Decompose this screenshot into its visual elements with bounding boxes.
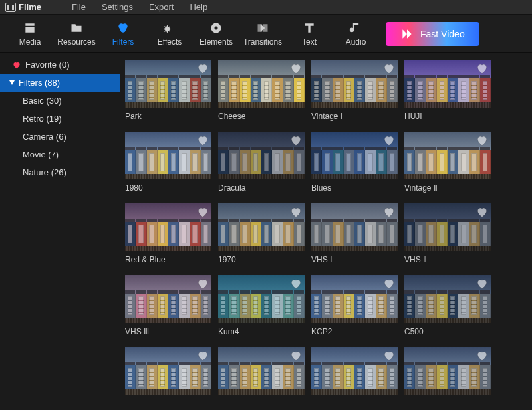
sidebar-item-retro[interactable]: Retro (19) bbox=[0, 110, 120, 128]
filter-card[interactable] bbox=[125, 347, 211, 399]
sidebar-movie-label: Movie (7) bbox=[23, 150, 59, 159]
filter-name: Vintage Ⅱ bbox=[404, 183, 491, 193]
tab-filters[interactable]: Filters bbox=[100, 21, 146, 47]
filter-thumbnail[interactable] bbox=[311, 203, 398, 251]
filter-thumbnail[interactable] bbox=[218, 275, 305, 323]
favorite-button[interactable] bbox=[196, 134, 209, 147]
filter-card[interactable] bbox=[311, 347, 398, 399]
filter-card[interactable]: Park bbox=[125, 60, 211, 121]
filter-card[interactable]: Vintage Ⅱ bbox=[404, 132, 491, 193]
favorite-button[interactable] bbox=[196, 277, 209, 290]
tab-media[interactable]: Media bbox=[7, 21, 53, 47]
sidebar-item-filters[interactable]: Filters (88) bbox=[0, 74, 120, 92]
filter-name: 1980 bbox=[125, 183, 211, 193]
transitions-icon bbox=[256, 21, 269, 35]
app-logo: Filme bbox=[5, 2, 41, 12]
filter-thumbnail[interactable] bbox=[311, 132, 398, 179]
favorite-button[interactable] bbox=[196, 349, 209, 362]
filter-card[interactable]: C500 bbox=[404, 275, 491, 336]
filter-card[interactable]: 1980 bbox=[125, 132, 211, 193]
tab-filters-label: Filters bbox=[112, 37, 134, 47]
menu-help[interactable]: Help bbox=[190, 2, 207, 12]
favorite-button[interactable] bbox=[289, 349, 303, 362]
tab-resources[interactable]: Resources bbox=[53, 21, 100, 47]
favorite-button[interactable] bbox=[475, 134, 489, 147]
filter-card[interactable]: KCP2 bbox=[311, 275, 398, 336]
favorite-button[interactable] bbox=[289, 62, 303, 75]
favorite-button[interactable] bbox=[475, 205, 489, 219]
filter-card[interactable]: VHS Ⅰ bbox=[311, 203, 398, 264]
menu-file[interactable]: File bbox=[72, 2, 86, 12]
effects-icon bbox=[163, 21, 176, 35]
filter-thumbnail[interactable] bbox=[125, 203, 211, 251]
heart-outline-icon bbox=[475, 62, 489, 75]
favorite-button[interactable] bbox=[196, 62, 209, 75]
filter-thumbnail[interactable] bbox=[125, 275, 211, 323]
filter-card[interactable]: Kum4 bbox=[218, 275, 305, 336]
heart-outline-icon bbox=[196, 277, 209, 290]
filter-thumbnail[interactable] bbox=[125, 347, 211, 395]
sidebar-item-camera[interactable]: Camera (6) bbox=[0, 128, 120, 146]
favorite-button[interactable] bbox=[475, 277, 489, 290]
filter-thumbnail[interactable] bbox=[404, 347, 491, 395]
favorite-button[interactable] bbox=[382, 277, 396, 290]
menu-settings[interactable]: Settings bbox=[102, 2, 133, 12]
tab-transitions[interactable]: Transitions bbox=[239, 21, 286, 47]
filter-thumbnail[interactable] bbox=[218, 132, 305, 179]
tab-text[interactable]: Text bbox=[286, 21, 332, 47]
menu-export[interactable]: Export bbox=[149, 2, 174, 12]
filter-card[interactable] bbox=[218, 347, 305, 399]
filter-card[interactable]: Dracula bbox=[218, 132, 305, 193]
favorite-button[interactable] bbox=[382, 205, 396, 219]
fast-video-button[interactable]: Fast Video bbox=[386, 22, 479, 46]
filter-card[interactable]: VHS Ⅲ bbox=[125, 275, 211, 336]
filter-card[interactable]: 1970 bbox=[218, 203, 305, 264]
favorite-button[interactable] bbox=[382, 134, 396, 147]
sidebar-item-nature[interactable]: Nature (26) bbox=[0, 163, 120, 181]
fast-video-label: Fast Video bbox=[420, 29, 465, 39]
filter-card[interactable]: HUJI bbox=[404, 60, 491, 121]
filter-card[interactable]: Blues bbox=[311, 132, 398, 193]
heart-outline-icon bbox=[196, 134, 209, 147]
tab-elements[interactable]: Elements bbox=[193, 21, 239, 47]
favorite-button[interactable] bbox=[289, 277, 303, 290]
filter-thumbnail[interactable] bbox=[311, 275, 398, 323]
tab-audio[interactable]: Audio bbox=[332, 21, 379, 47]
filter-thumbnail[interactable] bbox=[125, 60, 211, 108]
sidebar-favorite-label: Favorite (0) bbox=[25, 60, 69, 70]
tab-effects[interactable]: Effects bbox=[146, 21, 193, 47]
favorite-button[interactable] bbox=[382, 62, 396, 75]
favorite-button[interactable] bbox=[475, 349, 489, 362]
sidebar-item-basic[interactable]: Basic (30) bbox=[0, 92, 120, 110]
filter-thumbnail[interactable] bbox=[404, 203, 491, 251]
filter-thumbnail[interactable] bbox=[311, 60, 398, 108]
filter-thumbnail[interactable] bbox=[404, 132, 491, 179]
sidebar-item-movie[interactable]: Movie (7) bbox=[0, 146, 120, 163]
filter-card[interactable]: Red & Blue bbox=[125, 203, 211, 264]
favorite-button[interactable] bbox=[382, 349, 396, 362]
filter-thumbnail[interactable] bbox=[125, 132, 211, 179]
filter-card[interactable]: Vintage Ⅰ bbox=[311, 60, 398, 121]
heart-outline-icon bbox=[382, 277, 396, 290]
filter-thumbnail[interactable] bbox=[404, 275, 491, 323]
favorite-button[interactable] bbox=[289, 134, 303, 147]
filter-card[interactable] bbox=[404, 347, 491, 399]
filter-thumbnail[interactable] bbox=[218, 60, 305, 108]
heart-outline-icon bbox=[289, 277, 303, 290]
filter-thumbnail[interactable] bbox=[404, 60, 491, 108]
filters-icon bbox=[116, 21, 130, 35]
filter-thumbnail[interactable] bbox=[311, 347, 398, 395]
heart-outline-icon bbox=[196, 205, 209, 219]
filter-card[interactable]: VHS Ⅱ bbox=[404, 203, 491, 264]
favorite-button[interactable] bbox=[289, 205, 303, 219]
filter-thumbnail[interactable] bbox=[218, 347, 305, 395]
favorite-button[interactable] bbox=[475, 62, 489, 75]
filter-thumbnail[interactable] bbox=[218, 203, 305, 251]
elements-icon bbox=[209, 21, 223, 35]
favorite-button[interactable] bbox=[196, 205, 209, 219]
filter-grid: ParkCheeseVintage ⅠHUJI1980DraculaBluesV… bbox=[120, 53, 532, 410]
sidebar-item-favorite[interactable]: Favorite (0) bbox=[0, 56, 120, 74]
filter-card[interactable]: Cheese bbox=[218, 60, 305, 121]
svg-point-4 bbox=[215, 26, 218, 29]
titlebar: Filme File Settings Export Help bbox=[0, 0, 532, 15]
